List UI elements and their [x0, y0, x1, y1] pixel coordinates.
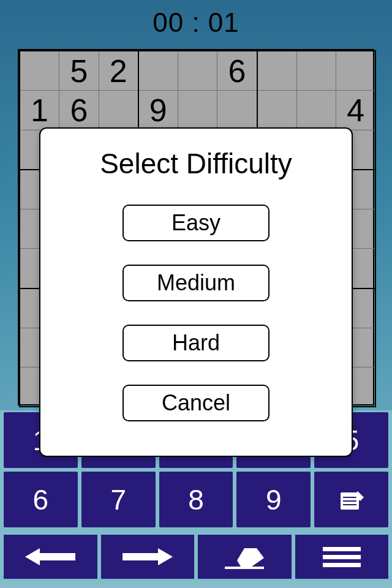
easy-button[interactable]: Easy — [123, 205, 270, 241]
cancel-button[interactable]: Cancel — [123, 385, 270, 421]
medium-button[interactable]: Medium — [123, 265, 270, 301]
difficulty-dialog: Select Difficulty Easy Medium Hard Cance… — [39, 127, 353, 457]
modal-overlay: Select Difficulty Easy Medium Hard Cance… — [0, 0, 392, 588]
hard-button[interactable]: Hard — [123, 325, 270, 361]
dialog-title: Select Difficulty — [40, 147, 352, 180]
